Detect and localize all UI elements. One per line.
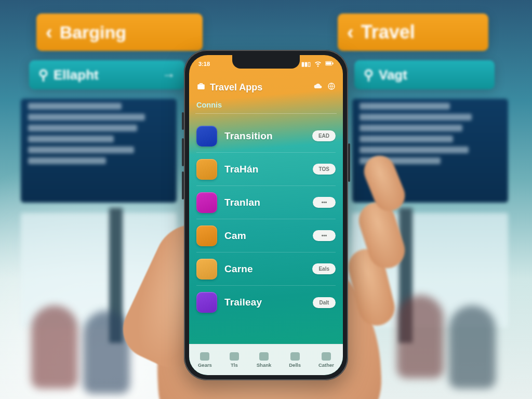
person-silhouette [83, 311, 130, 394]
app-row[interactable]: TraHánTOS [196, 153, 336, 186]
cloud-icon[interactable] [314, 82, 322, 92]
tab-label: Cather [318, 362, 334, 368]
app-name-label: Carne [224, 263, 312, 275]
tab-label: Dells [289, 362, 301, 368]
app-row[interactable]: TransitionEAD [196, 119, 336, 153]
tab-label: Tls [231, 362, 238, 368]
volume-up-button [182, 138, 184, 166]
tab-label: Gears [198, 362, 212, 368]
app-icon [196, 126, 217, 147]
tab-icon [200, 352, 209, 361]
app-icon [196, 192, 217, 213]
get-button[interactable]: Dalt [313, 297, 336, 308]
app-name-label: TraHán [224, 164, 313, 175]
app-row[interactable]: TraileayDalt [196, 286, 336, 319]
phone-frame: 3:18 ▮▮▯ Travel Apps [184, 50, 348, 380]
arrow-right-icon: → [162, 67, 176, 83]
airport-sign: ⚲ Ellapht → [29, 60, 185, 89]
battery-icon [325, 59, 334, 69]
app-row[interactable]: CarneEals [196, 252, 336, 286]
phone-screen: 3:18 ▮▮▯ Travel Apps [189, 55, 343, 375]
app-icon [196, 292, 217, 313]
status-time: 3:18 [198, 61, 210, 67]
divider [195, 113, 337, 114]
app-header: Travel Apps [189, 76, 343, 99]
sign-text: Travel [361, 21, 415, 43]
get-button[interactable]: Eals [312, 263, 336, 274]
airport-sign: ‹ Barging [36, 14, 203, 51]
signal-icon: ▮▮▯ [301, 61, 311, 68]
tab-dells[interactable]: Dells [289, 352, 301, 368]
silent-switch [182, 112, 184, 130]
svg-rect-2 [332, 62, 334, 64]
airport-sign: ‹ Travel [338, 14, 488, 51]
page-title: Travel Apps [210, 82, 262, 93]
section-label: Connis [196, 101, 222, 109]
person-silhouette [449, 305, 496, 389]
app-name-label: Cam [224, 230, 313, 242]
tab-icon [322, 352, 331, 361]
person-silhouette [397, 295, 444, 378]
tab-label: Shank [257, 362, 272, 368]
get-button[interactable]: EAD [312, 130, 336, 141]
tab-icon [230, 352, 239, 361]
app-icon [196, 259, 217, 280]
tab-bar: GearsTlsShankDellsCather [189, 344, 343, 375]
get-button[interactable]: ••• [313, 230, 336, 241]
tab-icon [259, 352, 269, 361]
notch [232, 55, 300, 69]
airport-scene: ‹ Barging ‹ Travel ⚲ Ellapht → ⚲ Vagt [0, 0, 532, 399]
sign-text: Barging [60, 22, 126, 43]
app-name-label: Transition [224, 130, 312, 142]
tab-gears[interactable]: Gears [198, 352, 212, 368]
suitcase-icon [196, 82, 206, 93]
sign-text: Ellapht [54, 67, 99, 83]
get-button[interactable]: TOS [313, 164, 336, 175]
departure-board [21, 99, 177, 203]
app-name-label: Traileay [224, 297, 313, 308]
side-button [348, 143, 350, 182]
app-row[interactable]: Tranlan••• [196, 186, 336, 219]
svg-rect-1 [326, 62, 331, 65]
arrow-left-icon: ‹ [347, 21, 354, 44]
tab-tls[interactable]: Tls [230, 352, 239, 368]
globe-icon[interactable] [327, 82, 336, 92]
app-list[interactable]: TransitionEADTraHánTOSTranlan•••Cam•••Ca… [189, 119, 343, 344]
pin-icon: ⚲ [364, 67, 374, 83]
app-icon [196, 159, 217, 180]
pin-icon: ⚲ [38, 67, 48, 83]
sign-text: Vagt [379, 67, 407, 83]
airport-sign: ⚲ Vagt [354, 60, 495, 89]
volume-down-button [182, 171, 184, 200]
tab-icon [290, 352, 300, 361]
person-silhouette [31, 305, 78, 389]
tab-cather[interactable]: Cather [318, 352, 334, 368]
app-icon [196, 225, 217, 246]
app-name-label: Tranlan [224, 197, 313, 208]
tab-shank[interactable]: Shank [257, 352, 272, 368]
get-button[interactable]: ••• [313, 197, 336, 208]
arrow-left-icon: ‹ [46, 21, 52, 44]
app-row[interactable]: Cam••• [196, 219, 336, 252]
wifi-icon [314, 59, 322, 69]
